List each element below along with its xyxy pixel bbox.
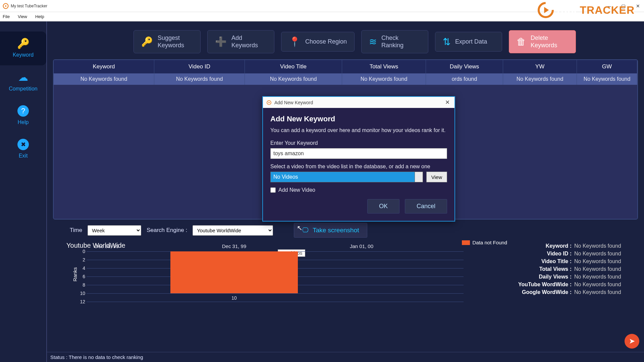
info-row: Video Title :No Keywords found [514, 258, 631, 264]
chart-bar [170, 251, 298, 293]
toolbar-label: Choose Region [305, 38, 347, 46]
sidebar-item-label: Help [18, 119, 29, 125]
monitor-icon: 🖵 [302, 227, 309, 234]
ytick: 10 [76, 291, 85, 296]
add-new-video-checkbox[interactable]: Add New Video [270, 187, 447, 193]
plus-icon: ➕ [215, 36, 227, 47]
sidebar-item-help[interactable]: ? Help [0, 99, 46, 133]
cloud-icon: ☁ [18, 71, 28, 83]
cancel-button[interactable]: Cancel [405, 199, 447, 214]
ok-button[interactable]: OK [367, 199, 399, 214]
sidebar-item-keyword[interactable]: 🔑 Keyword [0, 32, 46, 65]
info-row: Keyword :No Keywords found [514, 243, 631, 249]
toolbar-label: Suggest Keywords [158, 35, 184, 49]
dialog-close-icon[interactable]: ✕ [444, 99, 451, 106]
app-badge-icon: ➤ [625, 334, 639, 349]
window-maximize-icon[interactable]: ▢ [620, 3, 627, 9]
info-value: No Keywords found [574, 251, 631, 257]
take-screenshot-button[interactable]: 🖵 Take screenshot [294, 223, 367, 238]
td: No Keywords found [154, 73, 245, 85]
table-row[interactable]: No Keywords found No Keywords found No K… [54, 73, 637, 85]
window-minimize-icon[interactable]: — [605, 3, 612, 9]
chevron-down-icon[interactable]: ▼ [415, 172, 423, 182]
td: No Keywords found [245, 73, 342, 85]
gridline [87, 302, 464, 302]
svg-marker-5 [269, 102, 270, 103]
th-gw[interactable]: GW [577, 60, 637, 73]
th-keyword[interactable]: Keyword [54, 60, 154, 73]
view-button[interactable]: View [426, 172, 447, 182]
th-yw[interactable]: YW [503, 60, 577, 73]
td: No Keywords found [54, 73, 154, 85]
delete-keywords-button[interactable]: 🗑 Delete Keywords [509, 30, 576, 53]
window-close-icon[interactable]: ✕ [635, 3, 641, 9]
sidebar-item-label: Keyword [13, 52, 34, 58]
ranking-icon: ≋ [369, 36, 377, 47]
keyword-input-label: Enter Your Keyword [270, 140, 447, 146]
trash-icon: 🗑 [517, 36, 526, 47]
toolbar: 🔑 Suggest Keywords ➕ Add Keywords 📍 Choo… [133, 30, 638, 53]
info-row: YouTube WordWide :No Keywords found [514, 282, 631, 288]
dialog-app-icon [266, 100, 272, 105]
th-daily-views[interactable]: Daily Views [426, 60, 503, 73]
chart-title: Youtube WorldWide [66, 242, 504, 249]
td: No Keywords found [577, 73, 637, 85]
gridline [87, 293, 464, 294]
add-keywords-button[interactable]: ➕ Add Keywords [207, 30, 274, 53]
td: No Keywords found [503, 73, 577, 85]
info-label: Google WordWide : [522, 289, 572, 295]
check-ranking-button[interactable]: ≋ Check Ranking [361, 30, 428, 53]
menu-help[interactable]: Help [35, 14, 44, 19]
sidebar-item-exit[interactable]: ✖ Exit [0, 133, 46, 166]
dialog-heading: Add New Keyword [270, 115, 447, 123]
key-icon: 🔑 [17, 38, 30, 49]
td: ords found [426, 73, 503, 85]
legend-swatch [462, 240, 470, 245]
status-bar: Status : There is no data to check ranki… [47, 352, 644, 362]
info-row: Daily Views :No Keywords found [514, 274, 631, 280]
menu-file[interactable]: File [3, 14, 10, 19]
window-titlebar: My test TubeTracker — ▢ ✕ [0, 0, 644, 12]
info-value: No Keywords found [574, 243, 631, 249]
keyword-input[interactable] [270, 148, 447, 159]
choose-region-button[interactable]: 📍 Choose Region [281, 32, 355, 52]
video-select[interactable]: No Videos ▼ [270, 172, 423, 182]
th-video-title[interactable]: Video Title [245, 60, 342, 73]
xtick: Dec 30, 99 [95, 243, 119, 312]
th-total-views[interactable]: Total Views [342, 60, 426, 73]
toolbar-label: Check Ranking [381, 35, 404, 49]
toolbar-label: Export Data [455, 38, 487, 46]
toolbar-label: Add Keywords [231, 35, 258, 49]
rank-chart: Youtube WorldWide Data not Found Ranks N… [53, 240, 507, 315]
info-label: YouTube WordWide : [518, 282, 572, 288]
checkbox-input[interactable] [270, 187, 276, 193]
ytick: 12 [76, 299, 85, 304]
info-panel: Keyword :No Keywords foundVideo ID :No K… [514, 240, 638, 315]
info-row: Total Views :No Keywords found [514, 266, 631, 272]
time-select[interactable]: Week [88, 225, 141, 236]
ytick: 2 [76, 257, 85, 262]
menu-view[interactable]: View [18, 14, 27, 19]
help-icon: ? [17, 105, 29, 117]
th-video-id[interactable]: Video ID [154, 60, 245, 73]
search-engine-select[interactable]: Youtube WorldWide [193, 225, 273, 236]
video-select-label: Select a video from the video list in th… [270, 164, 447, 170]
data-label: 10 [231, 295, 237, 301]
info-label: Video ID : [547, 251, 572, 257]
video-select-value: No Videos [270, 172, 415, 182]
td: No Keywords found [342, 73, 426, 85]
info-row: Google WordWide :No Keywords found [514, 289, 631, 295]
info-row: Video ID :No Keywords found [514, 251, 631, 257]
sidebar-item-competition[interactable]: ☁ Competition [0, 65, 46, 99]
dialog-description: You can add a keyword over here and moni… [270, 127, 447, 134]
sidebar: 🔑 Keyword ☁ Competition ? Help ✖ Exit [0, 21, 47, 362]
table-header: Keyword Video ID Video Title Total Views… [54, 60, 637, 73]
menubar: File View Help [0, 12, 644, 21]
add-keyword-dialog: Add New Keyword ✕ Add New Keyword You ca… [262, 96, 455, 222]
suggest-keywords-button[interactable]: 🔑 Suggest Keywords [133, 30, 201, 53]
info-label: Video Title : [541, 258, 572, 264]
chart-controls: Time Week Search Engine : Youtube WorldW… [70, 223, 638, 238]
info-label: Daily Views : [539, 274, 572, 280]
export-data-button[interactable]: ⇅ Export Data [435, 32, 502, 52]
dialog-titlebar[interactable]: Add New Keyword ✕ [263, 97, 454, 108]
